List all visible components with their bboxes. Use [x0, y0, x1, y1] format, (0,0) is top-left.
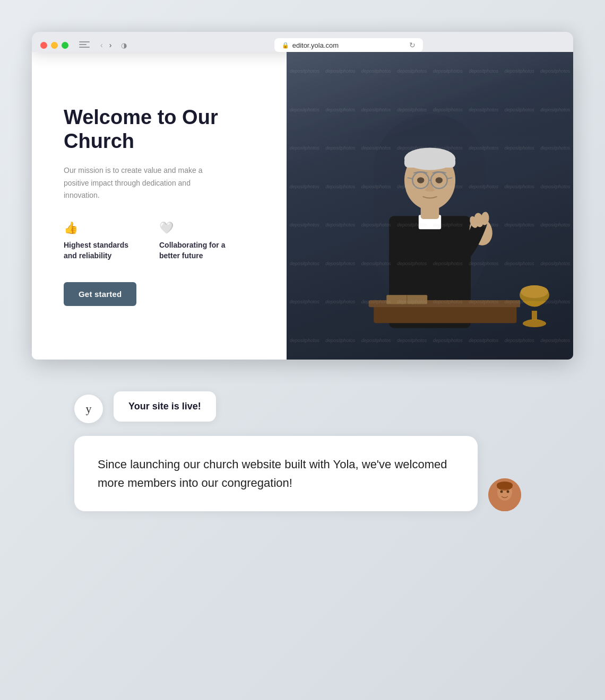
get-started-button[interactable]: Get started: [64, 282, 136, 306]
nav-arrows: ‹ ›: [98, 40, 114, 50]
page-wrapper: ‹ › ◑ 🔒 editor.yola.com ↻ Welcome to Our…: [32, 32, 573, 543]
svg-point-14: [436, 177, 443, 183]
address-bar[interactable]: 🔒 editor.yola.com ↻: [274, 38, 423, 52]
hero-right-panel: depositphotos depositphotos depositphoto…: [287, 52, 573, 360]
chat-section: y Your site is live! Since launching our…: [32, 360, 573, 543]
user-avatar: [488, 478, 521, 511]
browser-content: Welcome to Our Church Our mission is to …: [32, 52, 573, 360]
reload-icon[interactable]: ↻: [409, 41, 416, 49]
svg-point-13: [417, 177, 424, 183]
minimize-button[interactable]: [51, 42, 58, 49]
feature-1-label: Highest standards and reliability: [64, 240, 138, 261]
testimonial-bubble: Since launching our church website built…: [74, 436, 478, 511]
testimonial-row: Since launching our church website built…: [74, 436, 531, 511]
chalice-icon: [517, 283, 552, 338]
hero-title: Welcome to Our Church: [64, 106, 255, 154]
feature-item-1: 👍 Highest standards and reliability: [64, 221, 138, 261]
theme-icon: ◑: [121, 41, 127, 49]
heart-icon: 🤍: [159, 221, 234, 235]
testimonial-text: Since launching our church website built…: [98, 458, 447, 489]
lock-icon: 🔒: [282, 42, 289, 49]
yola-letter: y: [86, 402, 92, 416]
hero-image: depositphotos depositphotos depositphoto…: [287, 52, 573, 360]
svg-point-24: [521, 285, 548, 298]
browser-chrome: ‹ › ◑ 🔒 editor.yola.com ↻: [32, 32, 573, 52]
svg-point-27: [523, 320, 546, 327]
notification-row: y Your site is live!: [74, 391, 531, 423]
back-arrow[interactable]: ‹: [98, 40, 105, 50]
feature-2-label: Collaborating for a better future: [159, 240, 234, 261]
notification-bubble: Your site is live!: [114, 391, 216, 422]
svg-point-32: [507, 491, 509, 493]
hero-left-panel: Welcome to Our Church Our mission is to …: [32, 52, 287, 360]
feature-item-2: 🤍 Collaborating for a better future: [159, 221, 234, 261]
notification-text: Your site is live!: [128, 401, 201, 412]
hero-subtitle: Our mission is to create value and make …: [64, 164, 212, 202]
features-row: 👍 Highest standards and reliability 🤍 Co…: [64, 221, 255, 261]
svg-point-31: [500, 491, 503, 493]
priest-image: [340, 73, 520, 338]
url-text: editor.yola.com: [292, 41, 339, 49]
yola-avatar: y: [74, 395, 103, 423]
traffic-lights: [40, 42, 68, 49]
maximize-button[interactable]: [62, 42, 68, 49]
thumbs-up-icon: 👍: [64, 221, 138, 235]
forward-arrow[interactable]: ›: [107, 40, 114, 50]
close-button[interactable]: [40, 42, 47, 49]
svg-rect-7: [404, 158, 455, 168]
sidebar-toggle-icon[interactable]: [79, 41, 90, 49]
